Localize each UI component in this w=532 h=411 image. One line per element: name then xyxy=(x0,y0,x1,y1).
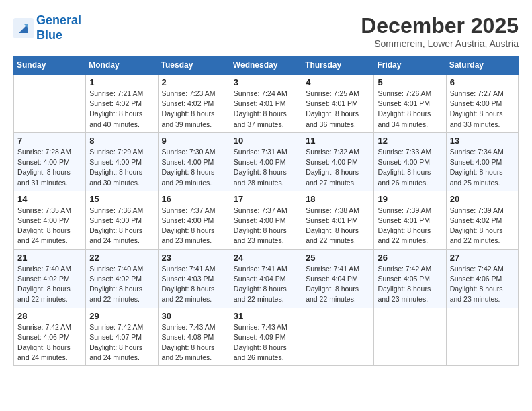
day-info: Sunrise: 7:40 AMSunset: 4:02 PMDaylight:… xyxy=(17,264,82,305)
weekday-header: Friday xyxy=(374,56,446,75)
day-number: 6 xyxy=(450,77,515,87)
day-number: 1 xyxy=(89,77,154,87)
day-number: 25 xyxy=(306,253,370,263)
weekday-header: Wednesday xyxy=(230,56,302,75)
calendar-cell: 17Sunrise: 7:37 AMSunset: 4:00 PMDayligh… xyxy=(230,191,302,249)
calendar-week-row: 21Sunrise: 7:40 AMSunset: 4:02 PMDayligh… xyxy=(14,249,519,308)
day-info: Sunrise: 7:23 AMSunset: 4:02 PMDaylight:… xyxy=(162,89,226,130)
calendar-cell: 26Sunrise: 7:42 AMSunset: 4:05 PMDayligh… xyxy=(374,249,446,308)
title-block: December 2025 Sommerein, Lower Austria, … xyxy=(361,13,519,49)
calendar-cell: 20Sunrise: 7:39 AMSunset: 4:02 PMDayligh… xyxy=(446,191,518,249)
day-number: 17 xyxy=(234,194,298,204)
day-info: Sunrise: 7:43 AMSunset: 4:09 PMDaylight:… xyxy=(234,322,298,363)
calendar-cell: 9Sunrise: 7:30 AMSunset: 4:00 PMDaylight… xyxy=(158,132,230,191)
day-number: 20 xyxy=(450,194,515,204)
calendar-cell: 25Sunrise: 7:41 AMSunset: 4:04 PMDayligh… xyxy=(302,249,374,308)
calendar-cell: 3Sunrise: 7:24 AMSunset: 4:01 PMDaylight… xyxy=(230,75,302,133)
calendar-cell: 31Sunrise: 7:43 AMSunset: 4:09 PMDayligh… xyxy=(230,308,302,366)
day-number: 3 xyxy=(234,77,298,87)
day-number: 5 xyxy=(378,77,442,87)
day-info: Sunrise: 7:42 AMSunset: 4:07 PMDaylight:… xyxy=(89,322,154,363)
calendar-cell xyxy=(374,308,446,366)
day-number: 21 xyxy=(17,253,82,263)
day-info: Sunrise: 7:42 AMSunset: 4:06 PMDaylight:… xyxy=(17,322,82,363)
day-number: 7 xyxy=(17,136,82,146)
day-number: 28 xyxy=(17,311,82,321)
calendar-cell: 11Sunrise: 7:32 AMSunset: 4:00 PMDayligh… xyxy=(302,132,374,191)
calendar-cell: 21Sunrise: 7:40 AMSunset: 4:02 PMDayligh… xyxy=(14,249,86,308)
logo-text: General Blue xyxy=(36,13,81,42)
day-number: 18 xyxy=(306,194,370,204)
calendar-cell: 24Sunrise: 7:41 AMSunset: 4:04 PMDayligh… xyxy=(230,249,302,308)
day-number: 27 xyxy=(450,253,515,263)
day-number: 13 xyxy=(450,136,515,146)
calendar-cell: 1Sunrise: 7:21 AMSunset: 4:02 PMDaylight… xyxy=(86,75,158,133)
calendar-week-row: 7Sunrise: 7:28 AMSunset: 4:00 PMDaylight… xyxy=(14,132,519,191)
calendar-cell: 5Sunrise: 7:26 AMSunset: 4:01 PMDaylight… xyxy=(374,75,446,133)
day-number: 8 xyxy=(89,136,154,146)
calendar-header: SundayMondayTuesdayWednesdayThursdayFrid… xyxy=(14,56,519,75)
calendar-cell xyxy=(14,75,86,133)
day-number: 29 xyxy=(89,311,154,321)
day-info: Sunrise: 7:21 AMSunset: 4:02 PMDaylight:… xyxy=(89,89,154,130)
calendar-cell: 2Sunrise: 7:23 AMSunset: 4:02 PMDaylight… xyxy=(158,75,230,133)
calendar-cell: 28Sunrise: 7:42 AMSunset: 4:06 PMDayligh… xyxy=(14,308,86,366)
calendar-cell xyxy=(446,308,518,366)
calendar-cell: 13Sunrise: 7:34 AMSunset: 4:00 PMDayligh… xyxy=(446,132,518,191)
calendar-cell: 23Sunrise: 7:41 AMSunset: 4:03 PMDayligh… xyxy=(158,249,230,308)
calendar-cell: 27Sunrise: 7:42 AMSunset: 4:06 PMDayligh… xyxy=(446,249,518,308)
header-row: SundayMondayTuesdayWednesdayThursdayFrid… xyxy=(14,56,519,75)
calendar-cell: 4Sunrise: 7:25 AMSunset: 4:01 PMDaylight… xyxy=(302,75,374,133)
weekday-header: Tuesday xyxy=(158,56,230,75)
weekday-header: Thursday xyxy=(302,56,374,75)
day-info: Sunrise: 7:34 AMSunset: 4:00 PMDaylight:… xyxy=(450,147,515,188)
calendar-cell: 7Sunrise: 7:28 AMSunset: 4:00 PMDaylight… xyxy=(14,132,86,191)
day-info: Sunrise: 7:37 AMSunset: 4:00 PMDaylight:… xyxy=(234,205,298,246)
day-info: Sunrise: 7:33 AMSunset: 4:00 PMDaylight:… xyxy=(378,147,442,188)
calendar-cell: 22Sunrise: 7:40 AMSunset: 4:02 PMDayligh… xyxy=(86,249,158,308)
day-number: 26 xyxy=(378,253,442,263)
day-number: 30 xyxy=(162,311,226,321)
calendar-week-row: 14Sunrise: 7:35 AMSunset: 4:00 PMDayligh… xyxy=(14,191,519,249)
calendar-cell: 29Sunrise: 7:42 AMSunset: 4:07 PMDayligh… xyxy=(86,308,158,366)
logo-icon xyxy=(13,18,34,38)
day-info: Sunrise: 7:43 AMSunset: 4:08 PMDaylight:… xyxy=(162,322,226,363)
calendar-cell: 30Sunrise: 7:43 AMSunset: 4:08 PMDayligh… xyxy=(158,308,230,366)
day-info: Sunrise: 7:35 AMSunset: 4:00 PMDaylight:… xyxy=(17,205,82,246)
day-number: 15 xyxy=(89,194,154,204)
day-number: 11 xyxy=(306,136,370,146)
day-number: 10 xyxy=(234,136,298,146)
day-info: Sunrise: 7:29 AMSunset: 4:00 PMDaylight:… xyxy=(89,147,154,188)
day-number: 22 xyxy=(89,253,154,263)
calendar-cell xyxy=(302,308,374,366)
day-info: Sunrise: 7:30 AMSunset: 4:00 PMDaylight:… xyxy=(162,147,226,188)
location: Sommerein, Lower Austria, Austria xyxy=(361,38,519,49)
calendar-cell: 10Sunrise: 7:31 AMSunset: 4:00 PMDayligh… xyxy=(230,132,302,191)
logo: General Blue xyxy=(13,13,81,42)
day-info: Sunrise: 7:39 AMSunset: 4:02 PMDaylight:… xyxy=(450,205,515,246)
calendar-week-row: 1Sunrise: 7:21 AMSunset: 4:02 PMDaylight… xyxy=(14,75,519,133)
calendar-cell: 8Sunrise: 7:29 AMSunset: 4:00 PMDaylight… xyxy=(86,132,158,191)
day-number: 2 xyxy=(162,77,226,87)
day-number: 16 xyxy=(162,194,226,204)
day-info: Sunrise: 7:32 AMSunset: 4:00 PMDaylight:… xyxy=(306,147,370,188)
day-number: 12 xyxy=(378,136,442,146)
calendar-cell: 14Sunrise: 7:35 AMSunset: 4:00 PMDayligh… xyxy=(14,191,86,249)
day-info: Sunrise: 7:28 AMSunset: 4:00 PMDaylight:… xyxy=(17,147,82,188)
calendar-cell: 12Sunrise: 7:33 AMSunset: 4:00 PMDayligh… xyxy=(374,132,446,191)
day-info: Sunrise: 7:24 AMSunset: 4:01 PMDaylight:… xyxy=(234,89,298,130)
calendar-cell: 6Sunrise: 7:27 AMSunset: 4:00 PMDaylight… xyxy=(446,75,518,133)
day-number: 14 xyxy=(17,194,82,204)
day-number: 9 xyxy=(162,136,226,146)
day-number: 19 xyxy=(378,194,442,204)
logo-line2: Blue xyxy=(36,28,62,42)
calendar-cell: 15Sunrise: 7:36 AMSunset: 4:00 PMDayligh… xyxy=(86,191,158,249)
day-info: Sunrise: 7:42 AMSunset: 4:06 PMDaylight:… xyxy=(450,264,515,305)
day-number: 4 xyxy=(306,77,370,87)
calendar-cell: 19Sunrise: 7:39 AMSunset: 4:01 PMDayligh… xyxy=(374,191,446,249)
calendar-week-row: 28Sunrise: 7:42 AMSunset: 4:06 PMDayligh… xyxy=(14,308,519,366)
day-info: Sunrise: 7:38 AMSunset: 4:01 PMDaylight:… xyxy=(306,205,370,246)
day-info: Sunrise: 7:39 AMSunset: 4:01 PMDaylight:… xyxy=(378,205,442,246)
day-info: Sunrise: 7:41 AMSunset: 4:03 PMDaylight:… xyxy=(162,264,226,305)
weekday-header: Saturday xyxy=(446,56,518,75)
